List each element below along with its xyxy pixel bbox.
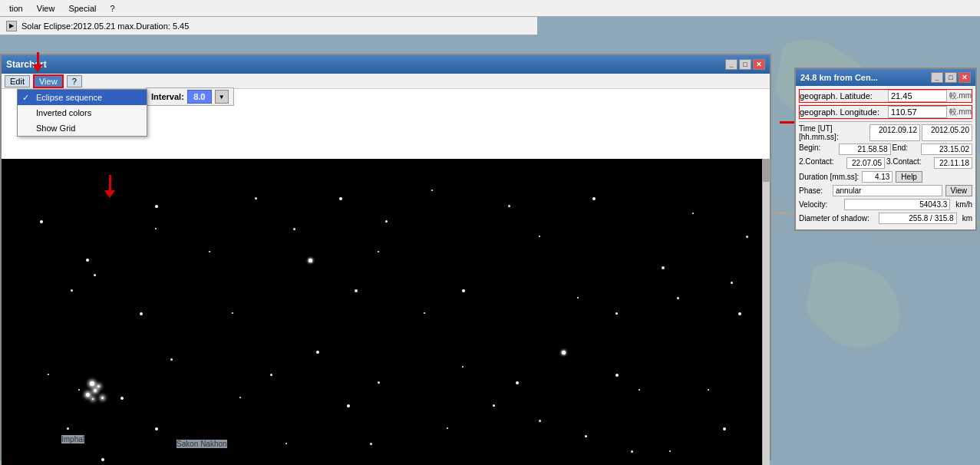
star xyxy=(592,197,596,200)
scrollbar-right[interactable] xyxy=(762,159,770,465)
end-value: 23.15.02 xyxy=(921,143,973,155)
star-cluster xyxy=(92,398,94,400)
star xyxy=(662,266,665,269)
star xyxy=(71,289,73,292)
info-minimize-btn[interactable]: _ xyxy=(931,72,943,83)
star xyxy=(78,389,80,391)
eclipse-banner: ▶ Solar Eclipse:2012.05.21 max.Duration:… xyxy=(0,17,537,35)
contact3-label: 3.Contact: xyxy=(886,157,932,169)
dropdown-inverted-colors[interactable]: Inverted colors xyxy=(18,105,147,120)
star xyxy=(585,435,587,437)
contact2-label: 2.Contact: xyxy=(799,157,845,169)
begin-value: 21.58.58 xyxy=(839,143,891,155)
longitude-label: geograph. Longitude: xyxy=(800,107,888,117)
geo-label-sakon-nakhon: Sakon Nakhon xyxy=(177,440,227,448)
longitude-row: geograph. Longitude: 110.57 較.mm xyxy=(799,105,972,119)
geo-label-imphal: Imphal xyxy=(61,435,84,444)
phase-row: Phase: annular View xyxy=(799,185,972,196)
star xyxy=(170,358,173,361)
star xyxy=(86,259,89,262)
close-button[interactable]: ✕ xyxy=(753,59,765,70)
latitude-value: 21.45 xyxy=(888,90,947,102)
time-header: Time [UT] [hh.mm.ss]: xyxy=(799,124,868,141)
star-cluster xyxy=(86,393,90,397)
menu-tion[interactable]: tion xyxy=(3,2,29,15)
star xyxy=(67,427,69,430)
star xyxy=(508,205,510,207)
info-panel-title: 24.8 km from Cen... xyxy=(800,73,878,82)
interval-input[interactable] xyxy=(187,90,212,104)
star xyxy=(232,312,233,314)
star xyxy=(347,404,350,407)
play-button[interactable]: ▶ xyxy=(6,21,17,31)
dropdown-eclipse-sequence[interactable]: Eclipse sequence xyxy=(18,90,147,105)
contact-row: 2.Contact: 22.07.05 3.Contact: 22.11.18 xyxy=(799,157,972,169)
info-panel-titlebar: 24.8 km from Cen... _ □ ✕ xyxy=(796,69,975,86)
star xyxy=(293,228,295,230)
star xyxy=(209,251,210,252)
menu-help[interactable]: ? xyxy=(104,2,120,15)
star-cluster xyxy=(90,381,94,386)
menu-special[interactable]: Special xyxy=(62,2,102,15)
star xyxy=(355,289,358,292)
duration-row: Duration [mm.ss]: 4.13 Help xyxy=(799,171,972,183)
maximize-button[interactable]: □ xyxy=(739,59,751,70)
star xyxy=(94,274,96,276)
sc-menu-view[interactable]: View xyxy=(33,74,64,88)
titlebar-buttons: _ □ ✕ xyxy=(725,59,765,70)
scrollbar-thumb[interactable] xyxy=(763,159,770,182)
help-button[interactable]: Help xyxy=(896,171,922,183)
latitude-label: geograph. Latitude: xyxy=(800,91,888,101)
star xyxy=(101,458,104,461)
duration-value: 4.13 xyxy=(862,171,893,183)
eclipse-text: Solar Eclipse:2012.05.21 max.Duration: 5… xyxy=(21,21,189,31)
star xyxy=(385,220,388,223)
star xyxy=(120,397,124,400)
starchart-menubar: Edit View ? xyxy=(2,74,770,89)
star xyxy=(539,420,541,422)
star xyxy=(255,197,257,200)
time-col1: 2012.09.12 xyxy=(869,124,920,141)
star xyxy=(431,190,433,191)
velocity-label: Velocity: xyxy=(799,200,841,209)
star xyxy=(615,312,618,315)
star xyxy=(493,404,495,407)
star xyxy=(708,389,709,391)
longitude-value: 110.57 xyxy=(888,106,947,118)
star xyxy=(270,374,272,376)
star-cluster xyxy=(97,385,100,388)
star xyxy=(631,450,633,453)
star xyxy=(692,213,694,214)
star xyxy=(309,259,312,262)
sc-menu-edit[interactable]: Edit xyxy=(5,75,30,87)
star xyxy=(140,312,143,315)
star xyxy=(731,282,733,284)
time-col2: 2012.05.20 xyxy=(922,124,972,141)
info-panel-content: geograph. Latitude: 21.45 較.mm geograph.… xyxy=(796,86,975,229)
view-button[interactable]: View xyxy=(945,185,973,196)
menu-view[interactable]: View xyxy=(31,2,61,15)
view-dropdown: Eclipse sequence Inverted colors Show Gr… xyxy=(17,89,147,137)
top-menubar: tion View Special ? xyxy=(0,0,980,17)
diam-unit: km xyxy=(962,214,972,223)
duration-label: Duration [mm.ss]: xyxy=(799,173,859,181)
interval-label: Interval: xyxy=(151,92,184,101)
star-field xyxy=(2,159,765,465)
info-maximize-btn[interactable]: □ xyxy=(945,72,957,83)
star xyxy=(155,228,157,229)
contact2-value: 22.07.05 xyxy=(846,157,885,169)
latitude-unit: 較.mm xyxy=(949,91,972,101)
velocity-value: 54043.3 xyxy=(844,199,950,210)
dropdown-show-grid[interactable]: Show Grid xyxy=(18,120,147,136)
info-close-btn[interactable]: ✕ xyxy=(959,72,971,83)
star xyxy=(48,374,49,375)
velocity-row: Velocity: 54043.3 km/h xyxy=(799,199,972,210)
star xyxy=(285,443,287,444)
red-arrow-1 xyxy=(32,52,43,72)
sc-menu-help[interactable]: ? xyxy=(67,75,82,87)
star xyxy=(738,312,741,315)
minimize-button[interactable]: _ xyxy=(725,59,737,70)
begin-end-row: Begin: 21.58.58 End: 23.15.02 xyxy=(799,143,972,155)
star xyxy=(40,220,43,223)
interval-dropdown[interactable]: ▼ xyxy=(215,90,229,104)
